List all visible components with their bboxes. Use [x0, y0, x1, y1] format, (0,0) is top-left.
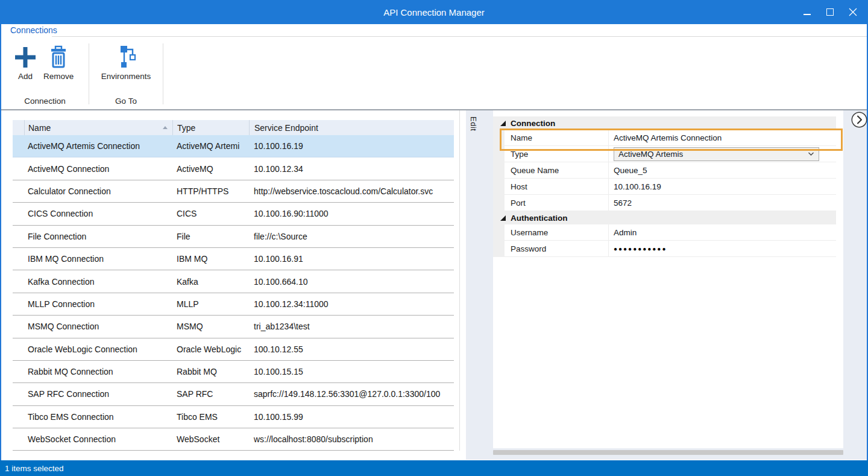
- field-value[interactable]: Admin: [609, 228, 637, 237]
- horizontal-scrollbar[interactable]: [493, 450, 843, 455]
- table-row[interactable]: WebSocket ConnectionWebSocketws://localh…: [13, 428, 454, 451]
- panel-splitter[interactable]: [459, 110, 460, 451]
- cell-name: SAP RFC Connection: [24, 389, 172, 399]
- field-row-port: Port5672: [493, 195, 836, 211]
- remove-label: Remove: [43, 72, 74, 81]
- field-value-cell[interactable]: Admin: [609, 224, 836, 241]
- row-indent: [493, 241, 505, 257]
- column-header-name[interactable]: Name: [24, 120, 172, 135]
- ribbon-toolbar: Add Remove Connection: [1, 37, 867, 110]
- cell-type: WebSocket: [172, 434, 249, 444]
- row-indent: [493, 179, 505, 195]
- field-value-cell[interactable]: 5672: [609, 195, 836, 211]
- property-card: ConnectionNameActiveMQ Artemis Connectio…: [493, 110, 843, 448]
- table-row[interactable]: Tibco EMS ConnectionTibco EMS10.100.15.9…: [13, 406, 454, 428]
- table-row[interactable]: ActiveMQ ConnectionActiveMQ10.100.12.34: [13, 157, 454, 180]
- table-row[interactable]: MSMQ ConnectionMSMQtri_ab1234\test: [13, 316, 454, 338]
- cell-name: Oracle WebLogic Connection: [24, 344, 172, 354]
- table-row[interactable]: Oracle WebLogic ConnectionOracle WebLogi…: [13, 338, 454, 361]
- field-value[interactable]: ActiveMQ Artemis Connection: [609, 133, 722, 142]
- cell-endpoint: 10.100.15.15: [249, 367, 454, 376]
- table-row[interactable]: Kafka ConnectionKafka10.100.664.10: [13, 270, 454, 293]
- type-dropdown[interactable]: ActiveMQ Artemis: [614, 147, 819, 161]
- field-value[interactable]: 10.100.16.19: [609, 182, 661, 191]
- collapse-triangle-icon: [500, 215, 506, 221]
- maximize-button[interactable]: [819, 0, 841, 24]
- table-row[interactable]: Rabbit MQ ConnectionRabbit MQ10.100.15.1…: [13, 361, 454, 383]
- cell-endpoint: tri_ab1234\test: [249, 322, 454, 331]
- field-value-cell[interactable]: 10.100.16.19: [609, 179, 836, 195]
- cell-type: ActiveMQ Artemi: [172, 141, 249, 151]
- add-button[interactable]: Add: [13, 45, 37, 81]
- column-header-endpoint[interactable]: Service Endpoint: [249, 120, 454, 135]
- close-button[interactable]: [841, 0, 864, 24]
- remove-button[interactable]: Remove: [43, 45, 74, 81]
- table-row[interactable]: Calculator ConnectionHTTP/HTTPShttp://we…: [13, 180, 454, 203]
- section-header-authentication[interactable]: Authentication: [493, 211, 836, 224]
- connections-table: Name Type Service Endpoint ActiveMQ Arte…: [13, 120, 454, 451]
- cell-endpoint: file://c:\Source: [249, 232, 454, 241]
- cell-type: MSMQ: [172, 322, 249, 331]
- column-header-name-label: Name: [28, 123, 51, 133]
- status-text: 1 items selected: [5, 464, 64, 473]
- maximize-icon: [826, 8, 834, 16]
- row-indent: [493, 224, 505, 241]
- cell-endpoint: saprfc://149.148.12.56:3301@127.0.0.1:33…: [249, 389, 454, 399]
- table-row[interactable]: CICS ConnectionCICS10.100.16.90:11000: [13, 203, 454, 225]
- collapse-panel-button[interactable]: [851, 112, 867, 128]
- cell-type: HTTP/HTTPS: [172, 186, 249, 196]
- titlebar: API Connection Manager: [0, 0, 868, 24]
- cell-type: Rabbit MQ: [172, 367, 249, 376]
- table-row[interactable]: MLLP ConnectionMLLP10.100.12.34:11000: [13, 293, 454, 316]
- ribbon-separator: [163, 43, 163, 104]
- column-header-type[interactable]: Type: [172, 120, 249, 135]
- chevron-down-icon: [808, 152, 814, 156]
- field-row-type: TypeActiveMQ Artemis: [493, 146, 836, 162]
- minimize-button[interactable]: [796, 0, 819, 24]
- field-value-cell[interactable]: Queue_5: [609, 162, 836, 179]
- field-value[interactable]: 5672: [609, 198, 632, 208]
- cell-name: ActiveMQ Connection: [24, 164, 172, 174]
- environments-button[interactable]: Environments: [101, 45, 151, 81]
- field-value[interactable]: ●●●●●●●●●●●: [609, 246, 667, 252]
- cell-type: Kafka: [172, 277, 249, 287]
- main-content: Name Type Service Endpoint ActiveMQ Arte…: [1, 110, 867, 460]
- cell-endpoint: 10.100.16.91: [249, 254, 454, 264]
- table-body: ActiveMQ Artemis ConnectionActiveMQ Arte…: [13, 135, 454, 451]
- field-label: Username: [505, 224, 609, 241]
- cell-name: CICS Connection: [24, 209, 172, 218]
- table-row[interactable]: SAP RFC ConnectionSAP RFCsaprfc://149.14…: [13, 383, 454, 405]
- cell-type: IBM MQ: [172, 254, 249, 264]
- table-row[interactable]: File ConnectionFilefile://c:\Source: [13, 226, 454, 248]
- tab-connections[interactable]: Connections: [10, 25, 57, 35]
- field-value[interactable]: Queue_5: [609, 166, 647, 175]
- cell-type: Tibco EMS: [172, 412, 249, 422]
- cell-name: File Connection: [24, 232, 172, 241]
- field-value-cell[interactable]: ActiveMQ Artemis: [609, 146, 836, 162]
- section-title: Authentication: [511, 214, 568, 223]
- field-row-queue-name: Queue NameQueue_5: [493, 162, 836, 179]
- tab-underline: [52, 36, 867, 37]
- cell-endpoint: 10.100.15.99: [249, 412, 454, 422]
- collapse-triangle-icon: [500, 121, 506, 126]
- edit-panel: Edit ConnectionNameActiveMQ Artemis Conn…: [466, 110, 867, 460]
- table-row[interactable]: ActiveMQ Artemis ConnectionActiveMQ Arte…: [13, 135, 454, 157]
- property-grid: ConnectionNameActiveMQ Artemis Connectio…: [493, 116, 836, 257]
- cell-type: File: [172, 232, 249, 241]
- edit-tab[interactable]: Edit: [469, 116, 478, 131]
- header-gutter: [13, 120, 24, 135]
- ribbon-tab-row: Connections: [1, 24, 867, 37]
- table-row[interactable]: IBM MQ ConnectionIBM MQ10.100.16.91: [13, 248, 454, 270]
- cell-endpoint: http://webservice.toscacloud.com/Calcula…: [249, 186, 454, 196]
- cell-type: MLLP: [172, 299, 249, 309]
- app-window: API Connection Manager Connections Add: [0, 0, 868, 476]
- field-row-name: NameActiveMQ Artemis Connection: [493, 130, 836, 146]
- ribbon-group-goto: Environments Go To: [89, 37, 163, 109]
- field-label: Port: [505, 195, 609, 211]
- field-label: Queue Name: [505, 162, 609, 179]
- section-header-connection[interactable]: Connection: [493, 116, 836, 130]
- field-value-cell[interactable]: ●●●●●●●●●●●: [609, 241, 836, 257]
- cell-type: ActiveMQ: [172, 164, 249, 174]
- field-value-cell[interactable]: ActiveMQ Artemis Connection: [609, 130, 836, 146]
- row-indent: [493, 195, 505, 211]
